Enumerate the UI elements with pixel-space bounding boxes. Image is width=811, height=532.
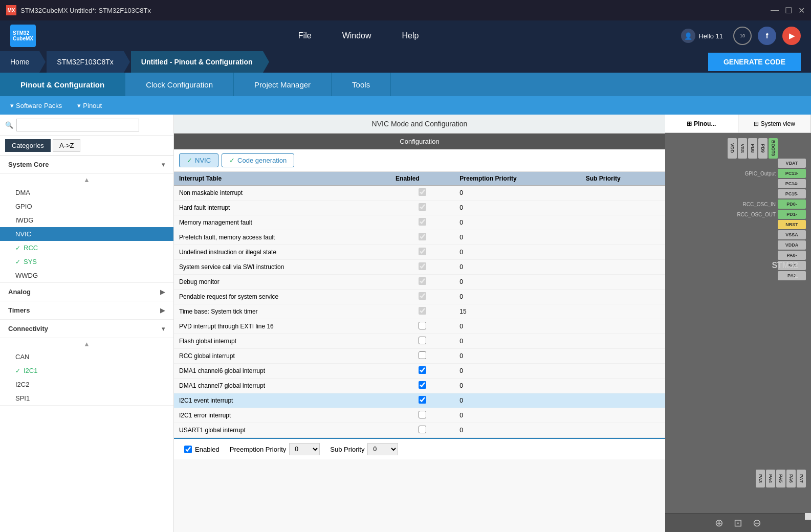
interrupt-enabled-cell-12: [390, 364, 454, 379]
connectivity-scroll-up[interactable]: ▲: [0, 338, 173, 350]
col-sub: Sub Priority: [581, 172, 665, 186]
section-connectivity[interactable]: Connectivity ▾: [0, 320, 173, 338]
minimize-button[interactable]: —: [771, 6, 779, 15]
right-panel: ⊞ Pinou... ⊟ System view VDD VSS PB8 PB9…: [665, 115, 811, 532]
nvic-tab-codegen[interactable]: ✓ Code generation: [222, 153, 294, 167]
zoom-fit-button[interactable]: ⊡: [734, 517, 742, 529]
menu-window[interactable]: Window: [342, 31, 371, 40]
tab-pinout[interactable]: Pinout & Configuration: [0, 73, 125, 96]
interrupt-enabled-checkbox-12[interactable]: [419, 366, 426, 374]
tab-project[interactable]: Project Manager: [234, 73, 332, 96]
app-brand: STM32CubeMX: [10, 25, 36, 47]
search-icon: 🔍: [5, 121, 13, 129]
sub-priority-field: Sub Priority 0123: [330, 443, 398, 455]
search-input[interactable]: [16, 119, 139, 131]
pin-pd0[interactable]: PD0-: [778, 199, 806, 209]
interrupt-name-0: Non maskable interrupt: [174, 186, 390, 201]
section-timers[interactable]: Timers ▶: [0, 301, 173, 320]
interrupt-preemption-7: 0: [454, 290, 581, 304]
section-analog[interactable]: Analog ▶: [0, 283, 173, 301]
interrupt-name-10: Flash global interrupt: [174, 334, 390, 349]
breadcrumb-chip[interactable]: STM32F103C8Tx: [47, 51, 123, 73]
maximize-button[interactable]: ☐: [785, 6, 792, 15]
interrupt-preemption-0: 0: [454, 186, 581, 201]
pin-pc13[interactable]: PC13-: [778, 169, 806, 178]
window-controls: — ☐ ✕: [771, 6, 805, 15]
top-pin-row: VDD VSS PB8 PB9 BOOT0: [728, 136, 783, 159]
interrupt-enabled-checkbox-10[interactable]: [419, 337, 426, 344]
cat-tab-categories[interactable]: Categories: [5, 139, 51, 152]
tab-bar: Pinout & Configuration Clock Configurati…: [0, 73, 811, 96]
pin-vbat[interactable]: VBAT: [778, 159, 806, 168]
sidebar-item-sys[interactable]: SYS: [0, 255, 173, 269]
zoom-in-button[interactable]: ⊕: [715, 517, 724, 529]
zoom-out-button[interactable]: ⊖: [753, 517, 761, 529]
pinout-tab-system[interactable]: ⊟ System view: [738, 115, 812, 132]
sidebar-item-dma[interactable]: DMA: [0, 186, 173, 199]
interrupt-name-9: PVD interrupt through EXTI line 16: [174, 319, 390, 334]
pin-row-pd0: RCC_OSC_IN PD0-: [737, 199, 806, 209]
close-button[interactable]: ✕: [798, 6, 805, 15]
interrupt-enabled-checkbox-14[interactable]: [419, 396, 426, 404]
preemption-select[interactable]: 0123: [289, 443, 320, 455]
breadcrumb-project[interactable]: Untitled - Pinout & Configuration: [131, 51, 263, 73]
interrupt-sub-0: [581, 186, 665, 201]
sidebar-item-nvic[interactable]: NVIC: [0, 227, 173, 241]
youtube-button[interactable]: ▶: [782, 27, 801, 45]
sidebar-item-i2c1[interactable]: I2C1: [0, 364, 173, 378]
sidebar-item-iwdg[interactable]: IWDG: [0, 213, 173, 227]
interrupt-enabled-cell-15: [390, 408, 454, 423]
facebook-button[interactable]: f: [758, 27, 776, 45]
interrupt-table: Interrupt Table Enabled Preemption Prior…: [174, 172, 665, 438]
app-logo: MX: [6, 5, 16, 15]
interrupt-enabled-checkbox-2: [419, 218, 426, 226]
interrupt-enabled-checkbox-13[interactable]: [419, 381, 426, 389]
sidebar-item-gpio[interactable]: GPIO: [0, 199, 173, 213]
submenu-pinout[interactable]: ▾ Pinout: [77, 102, 102, 109]
enabled-checkbox[interactable]: [184, 446, 192, 453]
section-system-core[interactable]: System Core ▾: [0, 156, 173, 174]
sidebar-item-rcc[interactable]: RCC: [0, 241, 173, 255]
col-interrupt: Interrupt Table: [174, 172, 390, 186]
pin-vdda[interactable]: VDDA: [778, 240, 806, 250]
sub-priority-select[interactable]: 0123: [367, 443, 398, 455]
menu-help[interactable]: Help: [402, 31, 419, 40]
pin-pd1[interactable]: PD1-: [778, 210, 806, 219]
submenu-software-packs[interactable]: ▾ Software Packs: [10, 102, 62, 109]
interrupt-enabled-cell-2: [390, 215, 454, 230]
tab-clock[interactable]: Clock Configuration: [125, 73, 234, 96]
breadcrumb-home[interactable]: Home: [0, 51, 39, 73]
sidebar-item-wwdg[interactable]: WWDG: [0, 269, 173, 282]
connectivity-items: ▲ CAN I2C1 I2C2 SPI1: [0, 338, 173, 406]
enabled-check: Enabled: [184, 446, 220, 453]
interrupt-enabled-checkbox-11[interactable]: [419, 351, 426, 359]
interrupt-enabled-checkbox-16[interactable]: [419, 426, 426, 433]
pin-nrst[interactable]: NRST: [778, 220, 806, 229]
pin-pa0[interactable]: PA0-: [778, 251, 806, 260]
interrupt-preemption-3: 0: [454, 230, 581, 245]
pin-pa2[interactable]: PA2: [778, 271, 806, 280]
nvic-tab-nvic[interactable]: ✓ NVIC: [179, 153, 218, 167]
interrupt-enabled-checkbox-9[interactable]: [419, 322, 426, 329]
sidebar-item-can[interactable]: CAN: [0, 350, 173, 364]
interrupt-enabled-checkbox-15[interactable]: [419, 411, 426, 418]
tab-tools[interactable]: Tools: [332, 73, 391, 96]
pin-pb9: PB9: [758, 138, 768, 159]
pin-row-pc13: GPIO_Output PC13-: [737, 169, 806, 178]
pin-pc14[interactable]: PC14-: [778, 179, 806, 188]
interrupt-preemption-15: 0: [454, 408, 581, 423]
scroll-up-arrow[interactable]: ▲: [0, 174, 173, 186]
generate-code-button[interactable]: GENERATE CODE: [708, 53, 801, 71]
pin-pb8: PB8: [748, 138, 757, 159]
sidebar-item-spi1[interactable]: SPI1: [0, 391, 173, 405]
sidebar-item-i2c2[interactable]: I2C2: [0, 378, 173, 391]
interrupt-enabled-cell-13: [390, 379, 454, 393]
interrupt-preemption-11: 0: [454, 349, 581, 364]
pin-pc15[interactable]: PC15-: [778, 189, 806, 198]
pin-vssa[interactable]: VSSA: [778, 230, 806, 239]
menu-file[interactable]: File: [298, 31, 312, 40]
cat-tab-az[interactable]: A->Z: [53, 139, 81, 152]
interrupt-preemption-2: 0: [454, 215, 581, 230]
pinout-tab-pinout[interactable]: ⊞ Pinou...: [665, 115, 738, 132]
interrupt-name-7: Pendable request for system service: [174, 290, 390, 304]
